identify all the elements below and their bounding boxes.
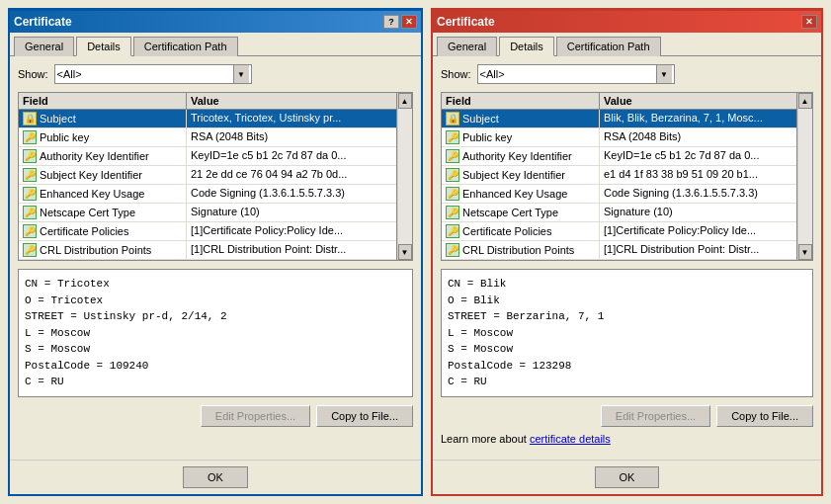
cell-value-text: KeyID=1e c5 b1 2c 7d 87 da 0... (187, 147, 396, 165)
right-edit-properties-button[interactable]: Edit Properties... (601, 405, 710, 427)
right-tab-bar: General Details Certification Path (433, 33, 821, 56)
cell-field-text: Subject (40, 113, 76, 125)
right-table-row[interactable]: 🔒 Subject Blik, Blik, Berzarina, 7, 1, M… (442, 110, 796, 128)
right-table-row[interactable]: 🔑 Subject Key Identifier e1 d4 1f 83 38 … (442, 166, 796, 185)
right-show-dropdown[interactable]: <All> ▼ (477, 64, 675, 84)
right-table-inner: Field Value 🔒 Subject Blik, Blik, Berzar… (442, 93, 796, 260)
left-button-row: Edit Properties... Copy to File... (18, 405, 413, 427)
left-dropdown-arrow: ▼ (233, 65, 249, 83)
right-ok-row: OK (433, 460, 821, 494)
cell-field-text: Public key (40, 131, 89, 143)
left-copy-to-file-button[interactable]: Copy to File... (316, 405, 413, 427)
row-icon: 🔑 (23, 206, 37, 219)
row-icon: 🔑 (23, 224, 37, 238)
left-table-container: Field Value 🔒 Subject Tricotex, Tricotex… (18, 92, 413, 261)
cell-value-text: 21 2e dd ce 76 04 94 a2 7b 0d... (187, 166, 396, 184)
left-scrollbar[interactable]: ▲ ▼ (396, 93, 412, 260)
learn-more-row: Learn more about certificate details (441, 433, 813, 445)
left-table-row[interactable]: 🔑 CRL Distribution Points [1]CRL Distrib… (19, 241, 396, 260)
right-scroll-track[interactable] (798, 109, 812, 244)
left-show-dropdown[interactable]: <All> ▼ (54, 64, 252, 84)
left-dialog-body: Show: <All> ▼ Field Value 🔒 Subject Tric… (10, 56, 421, 460)
right-table-container: Field Value 🔒 Subject Blik, Blik, Berzar… (441, 92, 813, 261)
cell-value-text: [1]Certificate Policy:Policy Ide... (187, 222, 396, 240)
right-close-button[interactable]: ✕ (801, 15, 817, 29)
left-tab-details[interactable]: Details (76, 37, 131, 56)
right-title-buttons: ✕ (801, 15, 817, 29)
row-icon: 🔒 (446, 112, 459, 126)
left-table-row[interactable]: 🔑 Public key RSA (2048 Bits) (19, 128, 396, 147)
left-table-row[interactable]: 🔒 Subject Tricotex, Tricotex, Ustinsky p… (19, 110, 396, 128)
right-table-row[interactable]: 🔑 CRL Distribution Points [1]CRL Distrib… (442, 241, 796, 260)
right-detail-text: CN = Blik O = Blik STREET = Berzarina, 7… (441, 269, 813, 397)
left-help-button[interactable]: ? (383, 15, 399, 29)
left-ok-button[interactable]: OK (183, 466, 248, 488)
left-table-inner: Field Value 🔒 Subject Tricotex, Tricotex… (19, 93, 396, 260)
right-table-row[interactable]: 🔑 Public key RSA (2048 Bits) (442, 128, 796, 147)
cell-value-text: RSA (2048 Bits) (187, 128, 396, 146)
certificate-details-link[interactable]: certificate details (530, 433, 611, 445)
right-table-row[interactable]: 🔑 Certificate Policies [1]Certificate Po… (442, 222, 796, 241)
right-table-row[interactable]: 🔑 Enhanced Key Usage Code Signing (1.3.6… (442, 185, 796, 204)
cell-field-text: Authority Key Identifier (40, 150, 149, 162)
cell-value-text: Tricotex, Tricotex, Ustinsky pr... (187, 110, 396, 127)
left-table-row[interactable]: 🔑 Netscape Cert Type Signature (10) (19, 204, 396, 222)
row-icon: 🔑 (23, 187, 37, 201)
left-table-row[interactable]: 🔑 Subject Key Identifier 21 2e dd ce 76 … (19, 166, 396, 185)
left-detail-text: CN = Tricotex O = Tricotex STREET = Usti… (18, 269, 413, 397)
left-edit-properties-button[interactable]: Edit Properties... (201, 405, 310, 427)
right-dropdown-arrow: ▼ (656, 65, 672, 83)
right-scroll-up[interactable]: ▲ (798, 93, 812, 109)
row-icon: 🔑 (446, 224, 459, 238)
right-table-row[interactable]: 🔑 Authority Key Identifier KeyID=1e c5 b… (442, 147, 796, 166)
left-tab-general[interactable]: General (14, 37, 74, 56)
cell-field-text: Netscape Cert Type (462, 207, 558, 218)
cell-value-text: Signature (10) (187, 204, 396, 221)
left-dialog-title: Certificate (14, 15, 72, 29)
left-title-buttons: ? ✕ (383, 15, 417, 29)
cell-value-text: KeyID=1e c5 b1 2c 7d 87 da 0... (600, 147, 796, 165)
learn-more-text: Learn more about (441, 433, 530, 445)
left-table-row[interactable]: 🔑 Authority Key Identifier KeyID=1e c5 b… (19, 147, 396, 166)
right-scroll-down[interactable]: ▼ (798, 244, 812, 260)
left-tab-cert-path[interactable]: Certification Path (133, 37, 238, 56)
left-table-row[interactable]: 🔑 Enhanced Key Usage Code Signing (1.3.6… (19, 185, 396, 204)
right-table-row[interactable]: 🔑 Netscape Cert Type Signature (10) (442, 204, 796, 222)
right-scrollbar[interactable]: ▲ ▼ (796, 93, 812, 260)
cell-field-text: CRL Distribution Points (462, 244, 574, 256)
cell-value-text: Signature (10) (600, 204, 796, 221)
left-scroll-track[interactable] (398, 109, 412, 244)
cell-field-text: Enhanced Key Usage (462, 188, 567, 200)
left-certificate-dialog: Certificate ? ✕ General Details Certific… (8, 8, 423, 496)
cell-value-text: Code Signing (1.3.6.1.5.5.7.3.3) (187, 185, 396, 203)
row-icon: 🔑 (23, 149, 37, 163)
left-scroll-down[interactable]: ▼ (398, 244, 412, 260)
right-certificate-dialog: Certificate ✕ General Details Certificat… (431, 8, 823, 496)
right-tab-details[interactable]: Details (499, 37, 554, 56)
right-table-body: 🔒 Subject Blik, Blik, Berzarina, 7, 1, M… (442, 110, 796, 260)
row-icon: 🔑 (23, 243, 37, 257)
cell-field-text: Subject Key Identifier (40, 169, 142, 181)
right-title-bar: Certificate ✕ (433, 11, 821, 33)
cell-value-text: e1 d4 1f 83 38 b9 51 09 20 b1... (600, 166, 796, 184)
row-icon: 🔑 (23, 168, 37, 182)
left-table-row[interactable]: 🔑 Certificate Policies [1]Certificate Po… (19, 222, 396, 241)
cell-value-text: Code Signing (1.3.6.1.5.5.7.3.3) (600, 185, 796, 203)
left-col-value-header: Value (187, 93, 396, 109)
cell-value-text: [1]CRL Distribution Point: Distr... (600, 241, 796, 259)
right-tab-general[interactable]: General (437, 37, 497, 56)
right-copy-to-file-button[interactable]: Copy to File... (716, 405, 813, 427)
cell-value-text: RSA (2048 Bits) (600, 128, 796, 146)
right-ok-button[interactable]: OK (595, 466, 660, 488)
right-dialog-title: Certificate (437, 15, 495, 29)
left-scroll-up[interactable]: ▲ (398, 93, 412, 109)
left-table-header: Field Value (19, 93, 396, 110)
right-dialog-body: Show: <All> ▼ Field Value 🔒 Subject Blik… (433, 56, 821, 460)
left-show-value: <All> (57, 68, 82, 80)
left-close-button[interactable]: ✕ (401, 15, 417, 29)
row-icon: 🔑 (23, 130, 37, 144)
right-tab-cert-path[interactable]: Certification Path (556, 37, 661, 56)
cell-field-text: Netscape Cert Type (40, 207, 135, 218)
row-icon: 🔑 (446, 243, 459, 257)
cell-field-text: Authority Key Identifier (462, 150, 572, 162)
